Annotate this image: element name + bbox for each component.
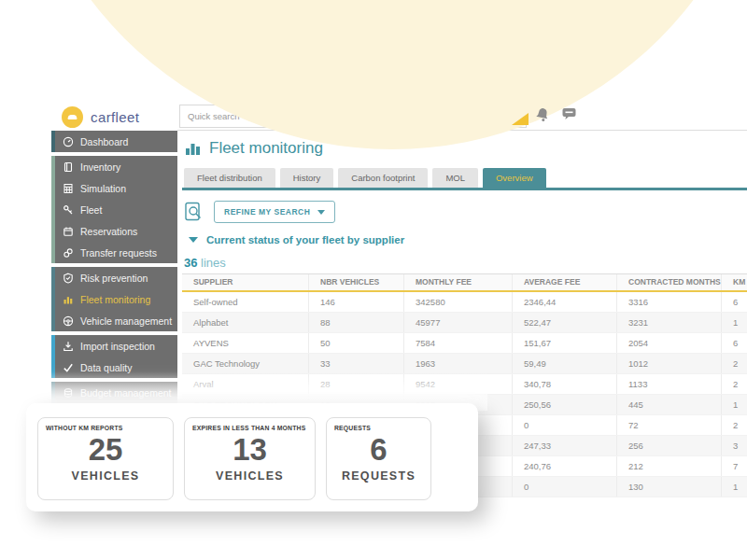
table-row[interactable]: Alphabet8845977522,4732311 — [182, 313, 747, 333]
sidebar-group-fleet-ops: Inventory Simulation Fleet Reservations … — [51, 156, 177, 263]
link-icon — [62, 247, 74, 259]
tab-mol[interactable]: MOL — [432, 168, 478, 188]
column-header-average-fee[interactable]: AVERAGE FEE — [512, 274, 616, 290]
logo-bar: carfleet — [51, 103, 177, 131]
sidebar-item-import-inspection[interactable]: Import inspection — [55, 335, 177, 357]
corner-triangle-marker — [512, 113, 529, 125]
column-header-contracted-months[interactable]: CONTRACTED MONTHS — [616, 274, 721, 290]
kpi-card-requests[interactable]: REQUESTS 6 REQUESTS — [326, 417, 431, 500]
refine-search-button[interactable]: REFINE MY SEARCH — [214, 201, 335, 223]
tab-history[interactable]: History — [280, 168, 334, 188]
sidebar-group-monitoring: Risk prevention Fleet monitoring Vehicle… — [51, 267, 177, 331]
chevron-down-icon — [317, 210, 325, 215]
sidebar-item-simulation[interactable]: Simulation — [55, 177, 177, 199]
dashboard-icon — [62, 136, 74, 147]
bell-icon[interactable] — [535, 106, 550, 122]
tab-overview[interactable]: Overview — [483, 168, 546, 188]
simulation-icon — [62, 183, 74, 194]
car-icon — [62, 106, 83, 128]
tab-fleet-distribution[interactable]: Fleet distribution — [184, 168, 275, 188]
download-icon — [62, 341, 74, 352]
sidebar-item-risk-prevention[interactable]: Risk prevention — [55, 267, 177, 288]
bar-chart-icon — [185, 141, 202, 156]
key-icon — [62, 204, 74, 216]
table-row[interactable]: AYVENS507584151,6720546 — [182, 333, 747, 354]
calendar-icon — [62, 226, 74, 237]
section-header[interactable]: Current status of your fleet by supplier — [189, 234, 404, 245]
sidebar-item-fleet[interactable]: Fleet — [55, 199, 177, 220]
table-header-row: SUPPLIER NBR VEHICLES MONTHLY FEE AVERAG… — [182, 273, 747, 292]
report-search-icon[interactable] — [184, 202, 203, 223]
kpi-card-expiring-contracts[interactable]: EXPIRES IN LESS THAN 4 MONTHS 13 VEHICLE… — [184, 417, 316, 500]
page-title: Fleet monitoring — [185, 139, 323, 158]
sidebar-item-dashboard[interactable]: Dashboard — [55, 131, 177, 152]
shield-icon — [62, 273, 74, 284]
collapse-triangle-icon — [189, 237, 198, 243]
refine-row: REFINE MY SEARCH — [184, 201, 335, 223]
column-header-monthly-fee[interactable]: MONTHLY FEE — [403, 274, 512, 290]
inventory-icon — [62, 161, 74, 173]
sidebar-item-inventory[interactable]: Inventory — [55, 156, 177, 177]
bar-chart-icon — [62, 294, 74, 305]
table-row[interactable]: Self-owned1463425802346,4433166 — [182, 292, 747, 313]
steering-wheel-icon — [62, 315, 74, 327]
summary-cards-panel: WITHOUT KM REPORTS 25 VEHICLES EXPIRES I… — [26, 403, 478, 511]
tab-underline — [182, 188, 747, 190]
sidebar-item-transfer-requests[interactable]: Transfer requests — [55, 242, 177, 263]
tab-bar: Fleet distribution History Carbon footpr… — [184, 168, 546, 188]
lines-counter: 36 lines — [184, 256, 226, 270]
tab-carbon-footprint[interactable]: Carbon footprint — [338, 168, 428, 188]
kpi-card-without-km-reports[interactable]: WITHOUT KM REPORTS 25 VEHICLES — [37, 417, 174, 500]
chat-icon[interactable] — [561, 106, 577, 121]
column-header-km[interactable]: KM — [721, 274, 747, 290]
sidebar-item-fleet-monitoring[interactable]: Fleet monitoring — [55, 288, 177, 310]
column-header-nbr-vehicles[interactable]: NBR VEHICLES — [308, 274, 403, 290]
sidebar-group-dashboard: Dashboard — [51, 131, 177, 152]
column-header-supplier[interactable]: SUPPLIER — [182, 274, 308, 290]
sidebar-item-vehicle-management[interactable]: Vehicle management — [55, 310, 177, 331]
brand-name: carfleet — [91, 109, 139, 125]
sidebar-item-reservations[interactable]: Reservations — [55, 220, 177, 242]
